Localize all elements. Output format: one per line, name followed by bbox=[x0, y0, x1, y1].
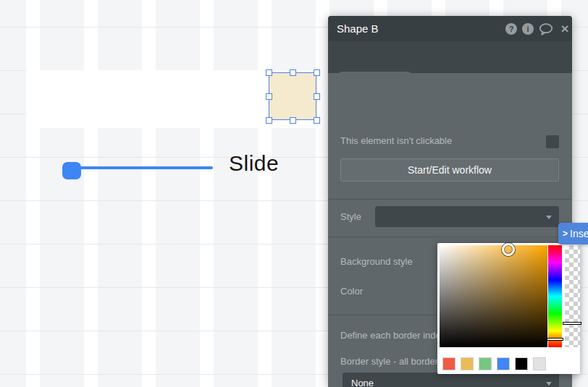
saturation-cursor[interactable] bbox=[502, 243, 515, 256]
preset-swatch-green[interactable] bbox=[479, 357, 492, 370]
define-borders-label: Define each border inde bbox=[340, 330, 441, 341]
shape-element[interactable] bbox=[269, 72, 316, 120]
slider-track[interactable] bbox=[71, 166, 213, 169]
divider bbox=[328, 199, 572, 200]
alpha-slider-cursor[interactable] bbox=[563, 322, 581, 325]
comment-icon[interactable] bbox=[539, 23, 553, 35]
selection-handle[interactable] bbox=[266, 117, 272, 124]
saturation-area[interactable] bbox=[440, 245, 547, 347]
slider-handle[interactable] bbox=[62, 162, 81, 179]
selection-handle[interactable] bbox=[266, 93, 272, 100]
selection-handle[interactable] bbox=[314, 69, 320, 76]
alpha-slider[interactable] bbox=[565, 245, 580, 347]
color-picker-popup bbox=[437, 243, 580, 374]
selection-handle[interactable] bbox=[290, 117, 296, 124]
border-style-value: None bbox=[351, 373, 374, 387]
style-dropdown[interactable] bbox=[375, 206, 559, 227]
selection-handle[interactable] bbox=[266, 69, 272, 76]
clickable-checkbox[interactable] bbox=[546, 135, 559, 148]
close-icon[interactable]: × bbox=[558, 21, 571, 37]
color-label: Color bbox=[340, 286, 363, 297]
insert-tab-label: Inse bbox=[570, 228, 588, 239]
start-edit-workflow-button[interactable]: Start/Edit workflow bbox=[340, 158, 559, 182]
hue-slider-cursor[interactable] bbox=[547, 338, 563, 341]
preset-swatch-gray[interactable] bbox=[533, 357, 546, 370]
preset-swatch-orange[interactable] bbox=[461, 357, 474, 370]
editor-canvas: Slide Shape B ? i × Appearance Con bbox=[0, 0, 588, 387]
selection-handle[interactable] bbox=[314, 93, 320, 100]
slider-label[interactable]: Slide bbox=[229, 151, 279, 176]
panel-header: Shape B ? i × bbox=[328, 16, 572, 41]
background-style-label: Background style bbox=[340, 256, 413, 267]
divider bbox=[328, 237, 572, 237]
border-style-dropdown[interactable]: None bbox=[343, 373, 559, 387]
info-icon[interactable]: i bbox=[522, 23, 534, 35]
chevron-right-icon: > bbox=[558, 229, 570, 239]
border-style-label: Border style - all border bbox=[340, 356, 438, 367]
tab-strip: Appearance Conditional Transitions bbox=[328, 41, 572, 73]
insert-dynamic-data-tab[interactable]: > Inse bbox=[558, 223, 588, 244]
preset-swatch-red[interactable] bbox=[442, 357, 455, 370]
hue-slider[interactable] bbox=[548, 245, 562, 347]
selection-handle[interactable] bbox=[314, 117, 320, 124]
help-icon[interactable]: ? bbox=[505, 23, 517, 35]
preset-swatch-blue[interactable] bbox=[497, 357, 510, 370]
clickable-note-label: This element isn't clickable bbox=[340, 135, 452, 146]
selection-handle[interactable] bbox=[290, 69, 296, 76]
chevron-down-icon bbox=[546, 216, 552, 219]
panel-title: Shape B bbox=[337, 16, 379, 41]
preset-swatch-row bbox=[442, 357, 551, 370]
preset-swatch-black[interactable] bbox=[515, 357, 528, 370]
style-label: Style bbox=[340, 211, 361, 222]
chevron-down-icon bbox=[546, 382, 552, 386]
